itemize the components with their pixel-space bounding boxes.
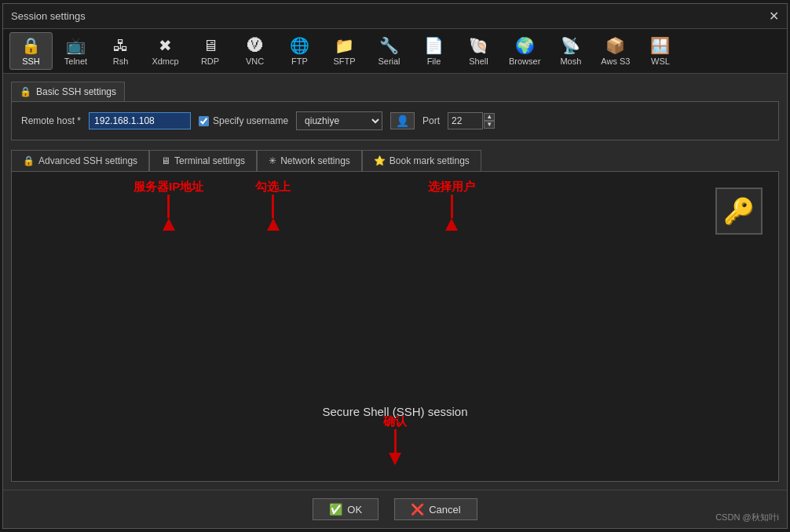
remote-host-label: Remote host *	[21, 115, 81, 126]
cancel-label: Cancel	[429, 504, 460, 516]
toolbar-item-serial-label: Serial	[378, 56, 400, 66]
toolbar-item-rdp-label: RDP	[201, 56, 219, 66]
toolbar-item-shell[interactable]: 🐚 Shell	[457, 32, 500, 70]
remote-host-input[interactable]	[89, 112, 191, 129]
close-button[interactable]: ✕	[769, 9, 779, 24]
tab-terminal[interactable]: 🖥 Terminal settings	[149, 150, 257, 171]
tab-advanced-ssh[interactable]: 🔒 Advanced SSH settings	[11, 150, 149, 171]
wsl-icon: 🪟	[650, 36, 670, 55]
port-increment-button[interactable]: ▲	[484, 113, 495, 121]
shell-icon: 🐚	[469, 36, 488, 55]
toolbar: 🔒 SSH 📺 Telnet 🖧 Rsh ✖ Xdmcp 🖥 RDP 🅥 VNC…	[3, 29, 787, 74]
title-bar: Session settings ✕	[3, 4, 787, 29]
rsh-icon: 🖧	[113, 37, 129, 55]
tab-advanced-ssh-label: Advanced SSH settings	[38, 155, 137, 166]
toolbar-item-ftp[interactable]: 🌐 FTP	[278, 32, 321, 70]
annotation-checkbox-line	[272, 195, 274, 218]
specify-username-checkbox[interactable]	[199, 116, 209, 126]
annotation-checkbox-arrow	[267, 218, 280, 231]
annotation-ip-text: 服务器IP地址	[133, 180, 203, 195]
browser-icon: 🌍	[515, 36, 535, 55]
annotation-ip-arrow	[163, 218, 175, 231]
bookmark-icon: ⭐	[374, 155, 386, 166]
vnc-icon: 🅥	[247, 37, 263, 55]
specify-username-label: Specify username	[213, 115, 288, 126]
toolbar-item-mosh[interactable]: 📡 Mosh	[549, 32, 592, 70]
dialog-title: Session settings	[11, 10, 86, 22]
watermark: CSDN @秋知叶i	[715, 512, 779, 523]
toolbar-item-ssh[interactable]: 🔒 SSH	[9, 32, 53, 70]
toolbar-item-file-label: File	[427, 56, 441, 66]
terminal-icon: 🖥	[161, 155, 170, 166]
annotation-ip-line	[167, 195, 170, 218]
toolbar-item-file[interactable]: 📄 File	[412, 32, 455, 70]
toolbar-item-rsh-label: Rsh	[113, 56, 129, 66]
ok-button[interactable]: ✅ OK	[313, 498, 379, 520]
toolbar-item-mosh-label: Mosh	[560, 56, 581, 66]
toolbar-item-serial[interactable]: 🔧 Serial	[368, 32, 411, 70]
sftp-icon: 📁	[335, 36, 354, 55]
content-area: 🔒 Basic SSH settings Remote host * Speci…	[3, 74, 787, 490]
port-input[interactable]	[448, 112, 483, 129]
annotation-confirm-text: 确认	[383, 414, 407, 429]
rdp-icon: 🖥	[203, 37, 218, 55]
tab-bookmark[interactable]: ⭐ Book mark settings	[362, 150, 481, 171]
footer: ✅ OK ❌ Cancel	[3, 490, 787, 528]
basic-settings-title: Basic SSH settings	[36, 86, 116, 97]
toolbar-item-browser-label: Browser	[509, 56, 540, 66]
ok-icon: ✅	[329, 503, 342, 516]
basic-settings-header: 🔒 Basic SSH settings	[11, 82, 125, 102]
toolbar-item-shell-label: Shell	[469, 56, 488, 66]
xdmcp-icon: ✖	[159, 36, 172, 55]
annotation-user: 选择用户	[428, 180, 475, 231]
toolbar-item-wsl-label: WSL	[651, 56, 670, 66]
toolbar-item-ftp-label: FTP	[291, 56, 308, 66]
tabs-row: 🔒 Advanced SSH settings 🖥 Terminal setti…	[11, 150, 779, 171]
ftp-icon: 🌐	[290, 36, 309, 55]
cancel-icon: ❌	[411, 503, 424, 516]
mosh-icon: 📡	[561, 36, 580, 55]
basic-settings-box: Remote host * Specify username qiuzhiye …	[11, 101, 779, 140]
cancel-button[interactable]: ❌ Cancel	[394, 498, 477, 520]
toolbar-item-rdp[interactable]: 🖥 RDP	[188, 33, 232, 70]
port-decrement-button[interactable]: ▼	[484, 121, 495, 129]
annotation-user-text: 选择用户	[428, 180, 475, 195]
annotation-checkbox-text: 勾选上	[255, 180, 291, 195]
port-spin-buttons: ▲ ▼	[484, 113, 495, 129]
toolbar-item-rsh[interactable]: 🖧 Rsh	[99, 33, 142, 70]
ok-label: OK	[347, 504, 362, 516]
awss3-icon: 📦	[605, 36, 625, 55]
annotation-confirm-line	[394, 429, 397, 453]
toolbar-item-vnc[interactable]: 🅥 VNC	[233, 33, 276, 70]
basic-settings-icon: 🔒	[20, 86, 31, 97]
specify-username-checkbox-label[interactable]: Specify username	[199, 115, 288, 126]
toolbar-item-vnc-label: VNC	[246, 56, 264, 66]
toolbar-item-awss3-label: Aws S3	[601, 56, 630, 66]
tab-network-label: Network settings	[280, 155, 350, 166]
file-icon: 📄	[424, 36, 444, 55]
advanced-ssh-icon: 🔒	[23, 155, 35, 166]
dialog: Session settings ✕ 🔒 SSH 📺 Telnet 🖧 Rsh …	[2, 3, 788, 529]
toolbar-item-browser[interactable]: 🌍 Browser	[502, 32, 547, 70]
toolbar-item-telnet[interactable]: 📺 Telnet	[54, 32, 97, 70]
network-icon: ✳	[269, 155, 276, 166]
username-dropdown[interactable]: qiuzhiye	[296, 111, 382, 130]
tab-terminal-label: Terminal settings	[174, 155, 245, 166]
annotation-ip: 服务器IP地址	[133, 180, 203, 231]
annotation-user-arrow	[445, 218, 458, 231]
toolbar-item-xdmcp[interactable]: ✖ Xdmcp	[144, 32, 187, 70]
telnet-icon: 📺	[66, 36, 86, 55]
serial-icon: 🔧	[379, 36, 399, 55]
toolbar-item-sftp[interactable]: 📁 SFTP	[323, 32, 366, 70]
port-label: Port	[422, 115, 440, 126]
toolbar-item-wsl[interactable]: 🪟 WSL	[638, 32, 682, 70]
ssh-icon: 🔒	[21, 36, 41, 55]
user-manage-button[interactable]: 👤	[390, 112, 415, 129]
toolbar-item-sftp-label: SFTP	[333, 56, 355, 66]
toolbar-item-telnet-label: Telnet	[64, 56, 87, 66]
tab-network[interactable]: ✳ Network settings	[257, 150, 362, 171]
annotation-confirm-arrow	[389, 453, 401, 465]
annotation-checkbox: 勾选上	[255, 180, 291, 231]
toolbar-item-ssh-label: SSH	[22, 56, 40, 66]
toolbar-item-awss3[interactable]: 📦 Aws S3	[594, 32, 637, 70]
